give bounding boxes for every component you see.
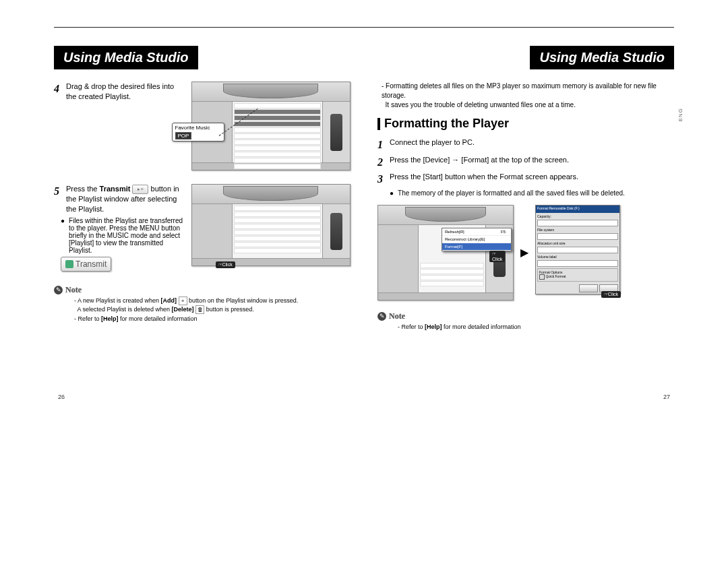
dialog-filesystem-label: File system [537, 228, 618, 232]
note-icon: ✎ [54, 286, 63, 294]
step-3-number: 3 [377, 172, 386, 187]
screenshot-playlist-transmit: ☞Click [191, 184, 351, 266]
context-menu[interactable]: Refresh[R] F5 Reconstruct Library[E] For… [442, 228, 512, 251]
language-tab: ENG [677, 108, 684, 121]
note-label: Note [389, 311, 405, 321]
transmit-icon [65, 260, 73, 268]
screenshot-device-menu: Refresh[R] F5 Reconstruct Library[E] For… [377, 205, 514, 301]
screenshot-playlist-drag: Favorite Music POP [191, 82, 351, 170]
dialog-quickformat-label: Quick Format [545, 274, 566, 278]
note-label: Note [65, 285, 82, 295]
context-menu-format[interactable]: Format[F] [442, 243, 511, 251]
add-inline-icon: + [179, 296, 187, 305]
transmit-inline-icon: ▸≡ [132, 185, 148, 194]
page-left: Using Media Studio 4 Drag & drop the des… [54, 27, 351, 400]
page-number-right: 27 [663, 394, 670, 400]
page-spread: Using Media Studio 4 Drag & drop the des… [54, 27, 674, 400]
click-badge: ☞Click [216, 261, 235, 268]
step-2-text: Press the [Device] → [Format] at the top… [390, 155, 674, 165]
step-5-text: Press the Transmit ▸≡ button in the Play… [66, 184, 185, 214]
dialog-allocunit-label: Allocation unit size [537, 241, 618, 245]
step-1-number: 1 [377, 137, 386, 152]
left-header-bar: Using Media Studio [54, 46, 198, 69]
callout-favorite-music: Favorite Music POP [172, 123, 224, 142]
click-badge: ☞Click [489, 251, 505, 262]
step-2-number: 2 [377, 155, 386, 170]
step-5-transmit-word: Transmit [100, 185, 131, 193]
delete-inline-icon: 🗑 [195, 305, 204, 314]
right-note-list: - Refer to [Help] for more detailed info… [398, 323, 674, 332]
step-5-number: 5 [54, 184, 62, 199]
step-4-text: Drag & drop the desired files into the c… [66, 82, 185, 102]
step-4-number: 4 [54, 82, 62, 96]
left-note-list: - A new Playlist is created when [Add] +… [74, 296, 351, 324]
dialog-volumelabel-label: Volume label [537, 255, 618, 259]
bullet-dot: ● [61, 217, 65, 254]
device-icon [330, 114, 342, 151]
step-5-pre: Press the [66, 185, 100, 193]
dialog-filesystem-field[interactable] [537, 233, 618, 240]
page-number-left: 26 [58, 394, 65, 400]
page-right: Using Media Studio ENG - Formatting dele… [377, 27, 674, 400]
step-5-bullet: Files within the Playlist are transferre… [69, 217, 184, 254]
callout-pop-tag: POP [175, 132, 192, 139]
dialog-allocunit-field[interactable] [537, 247, 618, 253]
note-icon: ✎ [377, 312, 386, 321]
step-3-text: Press the [Start] button when the Format… [390, 172, 674, 182]
callout-fav-label: Favorite Music [175, 125, 221, 131]
dialog-start-button[interactable] [579, 284, 598, 292]
step-3-bullet: The memory of the player is formatted an… [398, 189, 625, 197]
transmit-button[interactable]: Transmit [61, 257, 111, 272]
click-badge: ☞Click [601, 291, 621, 298]
right-header-bar: Using Media Studio [530, 46, 674, 69]
bullet-dot: ● [390, 189, 394, 197]
arrow-right-icon: ▶ [520, 246, 528, 259]
dialog-volumelabel-field[interactable] [537, 260, 618, 267]
dialog-capacity-label: Capacity: [537, 214, 618, 218]
step-1-text: Connect the player to PC. [390, 137, 674, 148]
device-icon [330, 213, 342, 250]
section-title-formatting: Formatting the Player [377, 117, 674, 131]
intro-notes: - Formatting deletes all files on the MP… [382, 82, 674, 110]
transmit-label: Transmit [75, 259, 107, 269]
format-dialog: Format Removable Disk (F:) Capacity: Fil… [535, 205, 620, 294]
dialog-titlebar: Format Removable Disk (F:) [536, 206, 619, 213]
dialog-capacity-field[interactable] [537, 220, 618, 226]
